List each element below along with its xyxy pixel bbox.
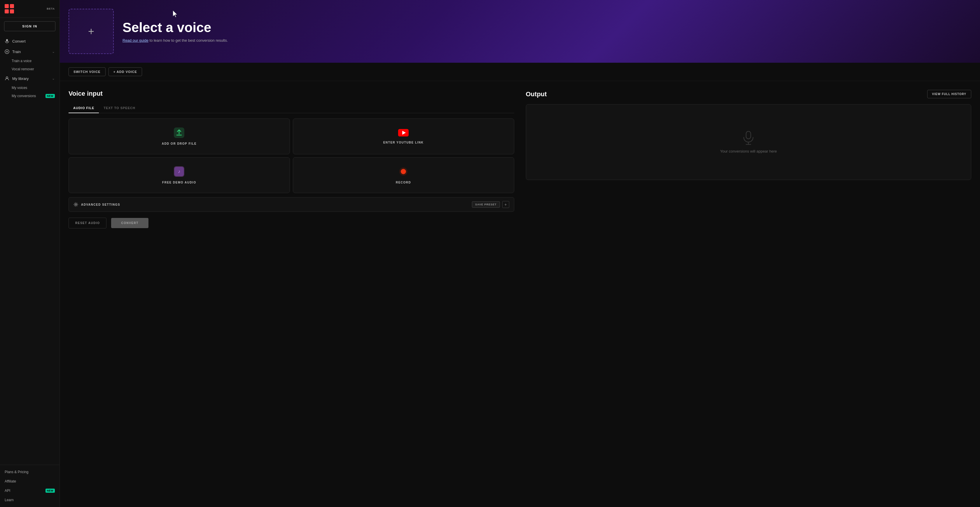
sidebar-item-convert[interactable]: Convert — [0, 36, 59, 46]
upload-card-record[interactable]: RECORD — [293, 157, 514, 193]
sidebar-item-my-library-label: My library — [12, 77, 29, 81]
add-preset-button[interactable]: + — [502, 201, 509, 208]
sidebar-subitem-my-conversions[interactable]: My conversions NEW — [0, 92, 59, 100]
tab-text-to-speech[interactable]: TEXT TO SPEECH — [99, 103, 140, 113]
output-area: Your conversions will appear here — [526, 104, 972, 180]
sidebar-subitem-train-a-voice[interactable]: Train a voice — [0, 57, 59, 65]
my-conversions-new-badge: NEW — [46, 94, 55, 98]
library-chevron-icon: ⌄ — [52, 77, 55, 81]
svg-rect-2 — [5, 10, 9, 13]
svg-rect-4 — [6, 39, 8, 42]
upload-card-add-drop-file[interactable]: ADD OR DROP FILE — [68, 118, 290, 154]
hero-section: + Select a voice Read our guide to learn… — [60, 0, 980, 63]
youtube-link-label: ENTER YOUTUBE LINK — [383, 141, 424, 144]
upload-card-youtube[interactable]: ENTER YOUTUBE LINK — [293, 118, 514, 154]
train-chevron-icon: ⌄ — [52, 49, 55, 54]
sidebar-item-plans-pricing[interactable]: Plans & Pricing — [0, 467, 59, 477]
voice-input-title: Voice input — [68, 90, 514, 97]
output-title: Output — [526, 91, 547, 98]
guide-link[interactable]: Read our guide — [123, 38, 148, 43]
svg-text:♪: ♪ — [178, 169, 180, 174]
add-drop-file-label: ADD OR DROP FILE — [162, 142, 197, 145]
upload-file-icon — [174, 128, 185, 138]
output-placeholder-text: Your conversions will appear here — [720, 149, 777, 153]
sidebar-subitem-my-voices[interactable]: My voices — [0, 84, 59, 92]
mic-icon — [5, 39, 10, 43]
output-header: Output VIEW FULL HISTORY — [526, 90, 972, 98]
convert-button[interactable]: CONVERT — [111, 218, 148, 228]
svg-point-9 — [6, 77, 8, 78]
sidebar-item-convert-label: Convert — [12, 39, 25, 43]
sidebar-item-affiliate[interactable]: Affiliate — [0, 477, 59, 486]
svg-rect-1 — [10, 4, 14, 8]
svg-rect-3 — [10, 10, 14, 13]
switch-voice-button[interactable]: SWITCH VOICE — [68, 67, 106, 76]
voice-select-box[interactable]: + — [68, 9, 114, 54]
hero-subtitle: Read our guide to learn how to get the b… — [123, 38, 971, 43]
advanced-settings-bar[interactable]: ADVANCED SETTINGS SAVE PRESET + — [68, 197, 514, 212]
sidebar-nav: Convert Train ⌄ Train a voice Vocal remo… — [0, 35, 59, 101]
action-bar: SWITCH VOICE + ADD VOICE — [60, 63, 980, 81]
svg-rect-0 — [5, 4, 9, 8]
sidebar-item-api[interactable]: API NEW — [0, 486, 59, 495]
advanced-settings-label: ADVANCED SETTINGS — [81, 203, 120, 206]
cursor-indicator — [173, 11, 178, 18]
tab-audio-file[interactable]: AUDIO FILE — [68, 103, 99, 113]
beta-badge: BETA — [47, 7, 55, 10]
record-label: RECORD — [396, 181, 411, 184]
plus-nav-icon — [5, 49, 10, 54]
sidebar-subitem-vocal-remover[interactable]: Vocal remover — [0, 65, 59, 73]
add-voice-button[interactable]: + ADD VOICE — [108, 67, 142, 76]
voice-input-tabs: AUDIO FILE TEXT TO SPEECH — [68, 103, 514, 113]
voice-input-section: Voice input AUDIO FILE TEXT TO SPEECH AD… — [68, 90, 514, 498]
sidebar: BETA SIGN IN Convert — [0, 0, 60, 507]
app-logo-icon — [5, 4, 14, 13]
sidebar-bottom: Plans & Pricing Affiliate API NEW Learn — [0, 465, 59, 507]
svg-point-18 — [75, 204, 77, 206]
sidebar-item-learn[interactable]: Learn — [0, 495, 59, 505]
svg-rect-19 — [746, 131, 751, 139]
gear-icon — [73, 202, 78, 207]
upload-card-demo-audio[interactable]: ♪ FREE DEMO AUDIO — [68, 157, 290, 193]
hero-text: Select a voice Read our guide to learn h… — [123, 20, 971, 43]
content-area: Voice input AUDIO FILE TEXT TO SPEECH AD… — [60, 81, 980, 507]
view-full-history-button[interactable]: VIEW FULL HISTORY — [927, 90, 971, 98]
voice-select-plus-icon: + — [88, 26, 94, 38]
youtube-icon — [398, 129, 409, 137]
save-preset-button[interactable]: SAVE PRESET — [472, 201, 500, 208]
person-icon — [5, 76, 10, 81]
sidebar-item-my-library[interactable]: My library ⌄ — [0, 73, 59, 84]
demo-audio-label: FREE DEMO AUDIO — [162, 181, 196, 184]
sidebar-item-train[interactable]: Train ⌄ — [0, 46, 59, 57]
hero-title: Select a voice — [123, 20, 971, 35]
api-new-badge: NEW — [46, 489, 55, 493]
demo-audio-icon: ♪ — [174, 166, 185, 177]
bottom-action-bar: RESET AUDIO CONVERT — [68, 218, 514, 228]
output-mic-icon — [743, 131, 754, 145]
sidebar-item-train-label: Train — [12, 49, 21, 54]
reset-audio-button[interactable]: RESET AUDIO — [68, 218, 107, 228]
svg-point-17 — [401, 169, 406, 174]
sign-in-button[interactable]: SIGN IN — [4, 21, 56, 31]
upload-grid: ADD OR DROP FILE ENTER YOUTUBE LINK ♪ — [68, 118, 514, 193]
sidebar-logo: BETA — [0, 0, 59, 18]
output-section: Output VIEW FULL HISTORY Your conversion… — [526, 90, 972, 498]
main-content: + Select a voice Read our guide to learn… — [60, 0, 980, 507]
record-icon — [398, 166, 409, 177]
